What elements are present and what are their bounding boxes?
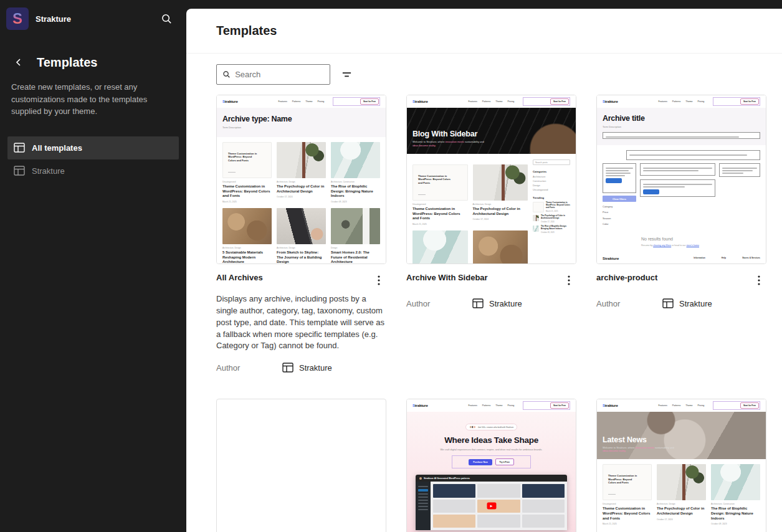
play-button-icon xyxy=(487,503,496,510)
mini-front-heading: Where Ideas Take Shape xyxy=(407,435,576,445)
author-value: Strakture xyxy=(282,361,332,374)
mini-hero-news: Latest News Welcome to Strakture, where … xyxy=(597,412,766,459)
template-layout-icon xyxy=(13,141,26,154)
post-thumb: Theme Customization in WordPress: Beyond… xyxy=(222,142,272,178)
template-preview-archive-product[interactable]: Strakture FeaturesPatternsThemePricing S… xyxy=(596,95,766,264)
template-layout-icon xyxy=(282,361,294,374)
more-options-icon[interactable] xyxy=(561,273,576,288)
mini-post: Architecture, Design From Sketch to Skyl… xyxy=(277,208,326,264)
template-card-front-page: Strakture FeaturesPatternsThemePricing S… xyxy=(406,399,576,532)
template-title[interactable]: Archive With Sidebar xyxy=(406,273,488,282)
templates-panel: Templates Strakture FeaturesPatternsThem… xyxy=(186,9,782,532)
search-box[interactable] xyxy=(216,64,330,85)
sidebar-menu: All templates Strakture xyxy=(0,136,186,183)
sidebar: S Strakture Templates Create new templat… xyxy=(0,0,186,532)
mini-no-results: No results found xyxy=(641,237,760,241)
post-thumb xyxy=(331,208,380,244)
back-chevron-icon[interactable] xyxy=(11,55,26,70)
template-title[interactable]: archive-product xyxy=(596,273,657,282)
author-label: Author xyxy=(406,299,472,308)
search-input[interactable] xyxy=(235,70,324,79)
template-preview-archive-with-sidebar[interactable]: Strakture FeaturesPatternsThemePricing S… xyxy=(406,95,576,264)
template-layout-icon xyxy=(13,164,26,177)
author-label: Author xyxy=(596,299,662,308)
sidebar-title: Templates xyxy=(37,55,97,70)
template-preview-blank[interactable] xyxy=(216,399,386,532)
template-card-latest-news: Strakture FeaturesPatternsThemePricing S… xyxy=(596,399,766,532)
mini-blog-sidebar: Search posts Categories Architecture Con… xyxy=(533,159,570,264)
mini-secondary-button: Try it Free xyxy=(495,458,514,465)
author-label: Author xyxy=(216,363,282,373)
mini-blog-heading: Blog With Sidebar xyxy=(412,130,570,138)
templates-grid: Strakture FeaturesPatternsThemePricing S… xyxy=(186,85,782,532)
post-thumb xyxy=(331,142,380,178)
mini-blue-button xyxy=(606,178,622,183)
mini-primary-button: Purchase Now xyxy=(469,459,492,465)
mini-nav: Strakture FeaturesPatternsThemePricing S… xyxy=(217,95,386,108)
mini-clear-filters-button: Clear filters xyxy=(603,196,636,202)
sidebar-header: S Strakture xyxy=(0,0,186,37)
mini-post: Design Smart Homes 2.0: The Future of Re… xyxy=(331,208,380,264)
sidebar-item-all-templates[interactable]: All templates xyxy=(7,136,179,159)
post-thumb xyxy=(222,208,272,244)
sidebar-description: Create new templates, or reset any custo… xyxy=(0,70,163,118)
search-icon xyxy=(222,70,231,79)
template-preview-latest-news[interactable]: Strakture FeaturesPatternsThemePricing S… xyxy=(596,399,766,532)
filter-icon[interactable] xyxy=(336,65,356,85)
mini-post: Architecture, Design 5 Sustainable Mater… xyxy=(222,208,272,264)
mini-news-heading: Latest News xyxy=(603,435,760,444)
mini-blue-button xyxy=(643,189,659,194)
avatars xyxy=(469,425,476,429)
mini-cta: Start for Free xyxy=(360,98,379,105)
template-card-all-archives: Strakture FeaturesPatternsThemePricing S… xyxy=(216,95,386,374)
mini-hero-keyboard: Blog With Sidebar Welcome to Strakture, … xyxy=(407,108,576,154)
toolbar xyxy=(186,54,782,85)
more-options-icon[interactable] xyxy=(371,273,386,288)
post-thumb xyxy=(277,208,326,244)
mini-archive-heading: Archive type: Name xyxy=(222,115,380,123)
page-title: Templates xyxy=(216,24,277,38)
template-preview-all-archives[interactable]: Strakture FeaturesPatternsThemePricing S… xyxy=(216,95,386,264)
mini-post: Architecture, Design The Psychology of C… xyxy=(277,142,326,203)
sidebar-item-label: Strakture xyxy=(32,166,65,176)
post-thumb xyxy=(277,142,326,178)
mini-hero-front: Join 500+ creators who build with Strakt… xyxy=(407,412,576,532)
sidebar-item-strakture[interactable]: Strakture xyxy=(7,159,179,183)
mini-post: Architecture, Construction The Rise of B… xyxy=(331,142,380,203)
template-card-archive-product: Strakture FeaturesPatternsThemePricing S… xyxy=(596,95,766,374)
mini-post: Theme Customization in WordPress: Beyond… xyxy=(222,142,272,203)
search-icon[interactable] xyxy=(156,9,176,29)
mini-video-screenshot: Strakture AI Generated WordPress pattern… xyxy=(416,475,567,530)
sidebar-item-label: All templates xyxy=(32,143,82,153)
template-preview-front-page[interactable]: Strakture FeaturesPatternsThemePricing S… xyxy=(406,399,576,532)
template-card-archive-with-sidebar: Strakture FeaturesPatternsThemePricing S… xyxy=(406,95,576,374)
more-options-icon[interactable] xyxy=(751,273,766,288)
template-description: Displays any archive, including posts by… xyxy=(216,293,386,352)
template-title[interactable]: All Archives xyxy=(216,273,263,282)
template-card-blank xyxy=(216,399,386,532)
mini-product-heading: Archive title xyxy=(603,114,760,123)
mini-brand: Strakture xyxy=(222,100,238,103)
app-name: Strakture xyxy=(36,14,71,24)
template-layout-icon xyxy=(662,297,674,310)
strakture-logo[interactable]: S xyxy=(6,7,29,30)
author-value: Strakture xyxy=(662,297,712,310)
author-value: Strakture xyxy=(472,297,522,310)
template-layout-icon xyxy=(472,297,484,310)
